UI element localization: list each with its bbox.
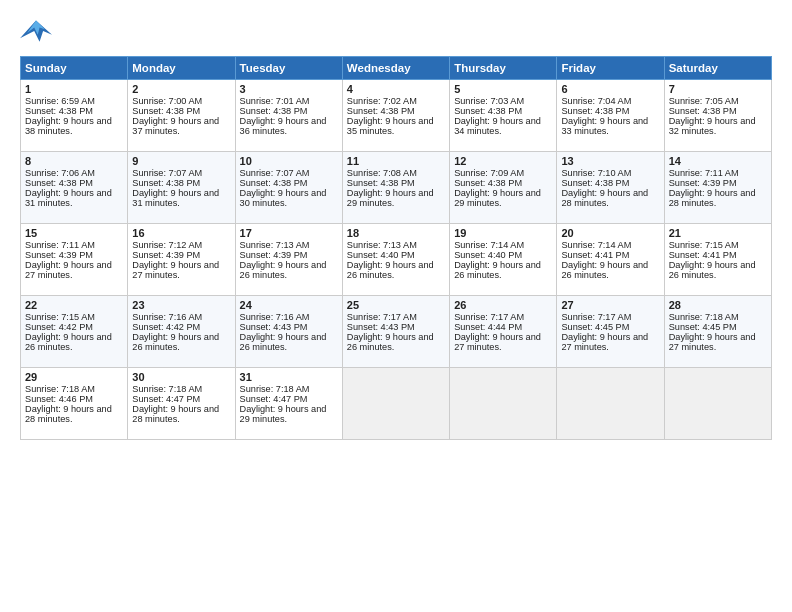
calendar-cell: 10Sunrise: 7:07 AMSunset: 4:38 PMDayligh… [235, 152, 342, 224]
sunset-text: Sunset: 4:38 PM [240, 178, 308, 188]
sunrise-text: Sunrise: 7:18 AM [25, 384, 95, 394]
calendar-body: 1Sunrise: 6:59 AMSunset: 4:38 PMDaylight… [21, 80, 772, 440]
calendar-table: SundayMondayTuesdayWednesdayThursdayFrid… [20, 56, 772, 440]
sunset-text: Sunset: 4:38 PM [347, 178, 415, 188]
sunrise-text: Sunrise: 7:11 AM [669, 168, 739, 178]
sunset-text: Sunset: 4:38 PM [454, 178, 522, 188]
calendar-cell: 6Sunrise: 7:04 AMSunset: 4:38 PMDaylight… [557, 80, 664, 152]
calendar-cell: 4Sunrise: 7:02 AMSunset: 4:38 PMDaylight… [342, 80, 449, 152]
daylight-text: Daylight: 9 hours and 38 minutes. [25, 116, 112, 136]
sunset-text: Sunset: 4:38 PM [669, 106, 737, 116]
day-number: 13 [561, 155, 659, 167]
daylight-text: Daylight: 9 hours and 32 minutes. [669, 116, 756, 136]
sunrise-text: Sunrise: 7:18 AM [669, 312, 739, 322]
sunset-text: Sunset: 4:47 PM [240, 394, 308, 404]
sunrise-text: Sunrise: 7:06 AM [25, 168, 95, 178]
daylight-text: Daylight: 9 hours and 26 minutes. [347, 260, 434, 280]
sunset-text: Sunset: 4:40 PM [454, 250, 522, 260]
day-header-tuesday: Tuesday [235, 57, 342, 80]
calendar-cell: 12Sunrise: 7:09 AMSunset: 4:38 PMDayligh… [450, 152, 557, 224]
logo [20, 18, 56, 46]
calendar-cell: 17Sunrise: 7:13 AMSunset: 4:39 PMDayligh… [235, 224, 342, 296]
sunset-text: Sunset: 4:46 PM [25, 394, 93, 404]
calendar-cell: 31Sunrise: 7:18 AMSunset: 4:47 PMDayligh… [235, 368, 342, 440]
sunset-text: Sunset: 4:47 PM [132, 394, 200, 404]
sunset-text: Sunset: 4:41 PM [561, 250, 629, 260]
sunset-text: Sunset: 4:41 PM [669, 250, 737, 260]
calendar-cell: 16Sunrise: 7:12 AMSunset: 4:39 PMDayligh… [128, 224, 235, 296]
sunrise-text: Sunrise: 7:13 AM [347, 240, 417, 250]
daylight-text: Daylight: 9 hours and 30 minutes. [240, 188, 327, 208]
page-container: SundayMondayTuesdayWednesdayThursdayFrid… [0, 0, 792, 450]
calendar-cell: 29Sunrise: 7:18 AMSunset: 4:46 PMDayligh… [21, 368, 128, 440]
sunrise-text: Sunrise: 7:15 AM [25, 312, 95, 322]
daylight-text: Daylight: 9 hours and 26 minutes. [347, 332, 434, 352]
sunrise-text: Sunrise: 7:15 AM [669, 240, 739, 250]
day-number: 21 [669, 227, 767, 239]
calendar-cell: 19Sunrise: 7:14 AMSunset: 4:40 PMDayligh… [450, 224, 557, 296]
sunrise-text: Sunrise: 7:05 AM [669, 96, 739, 106]
sunrise-text: Sunrise: 7:17 AM [347, 312, 417, 322]
sunset-text: Sunset: 4:38 PM [25, 106, 93, 116]
daylight-text: Daylight: 9 hours and 26 minutes. [132, 332, 219, 352]
day-number: 28 [669, 299, 767, 311]
sunset-text: Sunset: 4:43 PM [347, 322, 415, 332]
daylight-text: Daylight: 9 hours and 28 minutes. [669, 188, 756, 208]
calendar-cell: 5Sunrise: 7:03 AMSunset: 4:38 PMDaylight… [450, 80, 557, 152]
calendar-cell: 22Sunrise: 7:15 AMSunset: 4:42 PMDayligh… [21, 296, 128, 368]
calendar-cell: 18Sunrise: 7:13 AMSunset: 4:40 PMDayligh… [342, 224, 449, 296]
calendar-cell: 28Sunrise: 7:18 AMSunset: 4:45 PMDayligh… [664, 296, 771, 368]
daylight-text: Daylight: 9 hours and 28 minutes. [132, 404, 219, 424]
calendar-cell: 9Sunrise: 7:07 AMSunset: 4:38 PMDaylight… [128, 152, 235, 224]
sunrise-text: Sunrise: 7:00 AM [132, 96, 202, 106]
daylight-text: Daylight: 9 hours and 26 minutes. [669, 260, 756, 280]
calendar-cell: 7Sunrise: 7:05 AMSunset: 4:38 PMDaylight… [664, 80, 771, 152]
daylight-text: Daylight: 9 hours and 33 minutes. [561, 116, 648, 136]
sunset-text: Sunset: 4:38 PM [25, 178, 93, 188]
sunset-text: Sunset: 4:42 PM [132, 322, 200, 332]
calendar-cell: 27Sunrise: 7:17 AMSunset: 4:45 PMDayligh… [557, 296, 664, 368]
day-header-monday: Monday [128, 57, 235, 80]
day-number: 9 [132, 155, 230, 167]
page-header [20, 18, 772, 46]
calendar-cell: 15Sunrise: 7:11 AMSunset: 4:39 PMDayligh… [21, 224, 128, 296]
sunrise-text: Sunrise: 7:13 AM [240, 240, 310, 250]
day-number: 14 [669, 155, 767, 167]
day-number: 29 [25, 371, 123, 383]
sunset-text: Sunset: 4:38 PM [347, 106, 415, 116]
calendar-cell: 1Sunrise: 6:59 AMSunset: 4:38 PMDaylight… [21, 80, 128, 152]
day-number: 7 [669, 83, 767, 95]
daylight-text: Daylight: 9 hours and 31 minutes. [25, 188, 112, 208]
daylight-text: Daylight: 9 hours and 28 minutes. [561, 188, 648, 208]
sunset-text: Sunset: 4:38 PM [132, 106, 200, 116]
calendar-cell: 13Sunrise: 7:10 AMSunset: 4:38 PMDayligh… [557, 152, 664, 224]
sunset-text: Sunset: 4:38 PM [132, 178, 200, 188]
calendar-cell: 24Sunrise: 7:16 AMSunset: 4:43 PMDayligh… [235, 296, 342, 368]
sunrise-text: Sunrise: 7:14 AM [561, 240, 631, 250]
calendar-header-row: SundayMondayTuesdayWednesdayThursdayFrid… [21, 57, 772, 80]
daylight-text: Daylight: 9 hours and 35 minutes. [347, 116, 434, 136]
sunrise-text: Sunrise: 7:16 AM [240, 312, 310, 322]
day-number: 12 [454, 155, 552, 167]
calendar-week-row: 29Sunrise: 7:18 AMSunset: 4:46 PMDayligh… [21, 368, 772, 440]
day-number: 1 [25, 83, 123, 95]
day-header-saturday: Saturday [664, 57, 771, 80]
sunrise-text: Sunrise: 7:07 AM [132, 168, 202, 178]
calendar-cell: 11Sunrise: 7:08 AMSunset: 4:38 PMDayligh… [342, 152, 449, 224]
day-number: 30 [132, 371, 230, 383]
sunrise-text: Sunrise: 7:04 AM [561, 96, 631, 106]
day-number: 11 [347, 155, 445, 167]
daylight-text: Daylight: 9 hours and 36 minutes. [240, 116, 327, 136]
sunrise-text: Sunrise: 7:11 AM [25, 240, 95, 250]
sunset-text: Sunset: 4:39 PM [240, 250, 308, 260]
day-number: 19 [454, 227, 552, 239]
sunset-text: Sunset: 4:38 PM [240, 106, 308, 116]
day-number: 16 [132, 227, 230, 239]
day-number: 22 [25, 299, 123, 311]
daylight-text: Daylight: 9 hours and 27 minutes. [25, 260, 112, 280]
day-number: 6 [561, 83, 659, 95]
daylight-text: Daylight: 9 hours and 26 minutes. [561, 260, 648, 280]
daylight-text: Daylight: 9 hours and 27 minutes. [669, 332, 756, 352]
calendar-cell: 26Sunrise: 7:17 AMSunset: 4:44 PMDayligh… [450, 296, 557, 368]
calendar-cell: 8Sunrise: 7:06 AMSunset: 4:38 PMDaylight… [21, 152, 128, 224]
